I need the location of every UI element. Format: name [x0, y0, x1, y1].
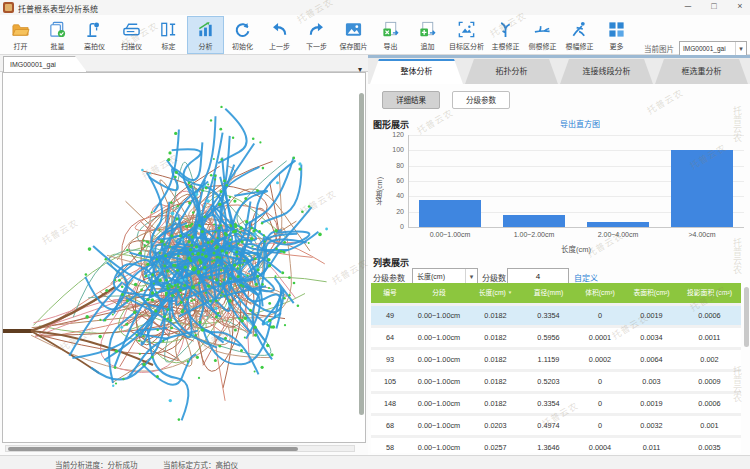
root-node-dot [192, 333, 194, 335]
toolbar-button-label: 追加 [421, 41, 435, 51]
minimize-icon[interactable]: ─ [682, 1, 694, 11]
horizontal-scrollbar[interactable] [5, 445, 355, 452]
table-row[interactable]: 580.00~1.00cm0.02571.36460.00040.0110.00… [371, 438, 741, 453]
table-row[interactable]: 490.00~1.00cm0.01820.335400.00190.0006 [371, 306, 741, 325]
root-node-dot [233, 264, 236, 267]
root-node-dot [225, 233, 228, 236]
root-node-dot [140, 288, 143, 291]
root-node-dot [169, 283, 171, 285]
root-node-dot [185, 225, 188, 228]
toolbar-button-prev-step[interactable]: 上一步 [261, 16, 298, 54]
subbutton-detail-result[interactable]: 详细结果 [382, 91, 440, 109]
custom-link[interactable]: 自定义 [574, 272, 598, 283]
root-node-dot [259, 141, 261, 143]
toolbar-button-more[interactable]: 更多 [598, 16, 635, 54]
root-node-dot [159, 252, 161, 254]
table-row[interactable]: 640.00~1.00cm0.01820.59560.00010.00340.0… [371, 328, 741, 347]
tab-segments[interactable]: 连接线段分析 [560, 59, 653, 84]
table-cell: 0.00~1.00cm [409, 328, 469, 347]
tab-topology[interactable]: 拓扑分析 [465, 59, 558, 84]
root-node-dot [256, 189, 259, 192]
root-node-dot [162, 340, 164, 342]
toolbar-button-export[interactable]: 导出 [372, 16, 409, 54]
root-node-dot [254, 371, 256, 373]
dropdown-caret-icon[interactable] [735, 42, 746, 55]
segments-table: 编号分段长度(cm)直径(mm)体积(cm³)表面积(cm²)投影面积 (cm²… [371, 283, 741, 453]
length-histogram: 0204060801001200.00~1.00cm1.00~2.00cm2.0… [374, 129, 748, 253]
maximize-icon[interactable]: □ [708, 1, 720, 11]
toolbar-button-label: 目标区分析 [449, 41, 484, 51]
subbutton-grade-param[interactable]: 分级参数 [452, 91, 510, 109]
toolbar-button-main-root-fix[interactable]: 主根修正 [487, 16, 524, 54]
horizontal-scrollbar-thumb[interactable] [8, 447, 298, 451]
root-node-dot [202, 249, 205, 252]
toolbar-button-lateral-root-fix[interactable]: 侧根修正 [524, 16, 561, 54]
toolbar-button-scanner[interactable]: 扫描仪 [113, 16, 150, 54]
root-node-dot [234, 225, 237, 228]
toolbar-button-batch[interactable]: 批量 [39, 16, 76, 54]
y-axis-title: 长度(cm) [375, 159, 385, 223]
root-node-dot [151, 273, 154, 276]
root-node-dot [190, 300, 192, 302]
root-node-dot [121, 293, 124, 296]
root-node-dot [167, 158, 170, 161]
toolbar-button-append[interactable]: 追加 [409, 16, 446, 54]
root-node-dot [242, 285, 244, 287]
table-cell: 0.00~1.00cm [409, 350, 469, 369]
root-node-dot [214, 178, 216, 180]
close-icon[interactable]: × [734, 1, 746, 11]
table-scrollbar-thumb[interactable] [744, 287, 749, 347]
toolbar-button-root-width-fix[interactable]: 根幅修正 [561, 16, 598, 54]
toolbar-button-next-step[interactable]: 下一步 [298, 16, 335, 54]
root-node-dot [176, 283, 179, 286]
undo-arrow-icon [270, 19, 289, 40]
root-node-dot [213, 158, 215, 160]
toolbar-button-label: 主根修正 [492, 41, 520, 51]
table-cell: 0 [575, 416, 625, 435]
root-image-canvas[interactable] [2, 72, 366, 443]
tab-overall[interactable]: 整体分析 [370, 59, 463, 84]
select-caret-icon[interactable] [465, 269, 477, 284]
table-row[interactable]: 680.00~1.00cm0.02030.497400.00320.001 [371, 416, 741, 435]
root-node-dot [174, 176, 177, 179]
root-node-dot [145, 241, 147, 243]
toolbar-button-analyze[interactable]: 分析 [187, 16, 224, 54]
histogram-bar [671, 150, 733, 227]
root-node-dot [152, 248, 154, 250]
toolbar-button-calibrate[interactable]: 标定 [150, 16, 187, 54]
root-node-dot [170, 234, 173, 237]
document-tab[interactable]: IMG00001_gai [3, 56, 87, 72]
vertical-scrollbar-thumb[interactable] [359, 93, 364, 415]
tab-box-reanalysis[interactable]: 框选重分析 [655, 59, 748, 84]
root-node-dot [154, 309, 157, 312]
table-cell: 0.0019 [625, 306, 678, 325]
toolbar-button-initialize[interactable]: 初始化 [224, 16, 261, 54]
root-node-dot [165, 279, 168, 282]
root-node-dot [268, 287, 270, 289]
current-image-dropdown[interactable]: IMG00001_gai [679, 41, 747, 56]
root-node-dot [163, 243, 165, 245]
toolbar-button-open[interactable]: 打开 [2, 16, 39, 54]
toolbar-button-label: 扫描仪 [121, 41, 142, 51]
export-icon [381, 19, 400, 40]
toolbar-button-doc-camera[interactable]: 高拍仪 [76, 16, 113, 54]
table-cell: 1.1159 [522, 350, 575, 369]
table-row[interactable]: 1480.00~1.00cm0.01820.335400.00190.0006 [371, 394, 741, 413]
toolbar-button-save-image[interactable]: 保存图片 [335, 16, 372, 54]
table-row[interactable]: 1050.00~1.00cm0.01820.520300.0030.0009 [371, 372, 741, 391]
export-histogram-link[interactable]: 导出直方图 [520, 118, 640, 129]
toolbar-button-target-area[interactable]: 目标区分析 [446, 16, 487, 54]
root-node-dot [120, 326, 123, 329]
root-node-dot [268, 264, 271, 267]
histogram-bar [419, 200, 481, 227]
root-node-dot [156, 258, 158, 260]
root-node-dot [238, 318, 240, 320]
toolbar-button-label: 初始化 [232, 41, 253, 51]
root-node-dot [250, 237, 253, 240]
root-node-dot [261, 222, 263, 224]
table-row[interactable]: 930.00~1.00cm0.01821.11590.00020.00640.0… [371, 350, 741, 369]
table-cell: 0 [575, 372, 625, 391]
root-node-dot [308, 242, 310, 244]
column-header[interactable]: 长度(cm) [469, 283, 522, 303]
root-node-dot [193, 299, 195, 301]
